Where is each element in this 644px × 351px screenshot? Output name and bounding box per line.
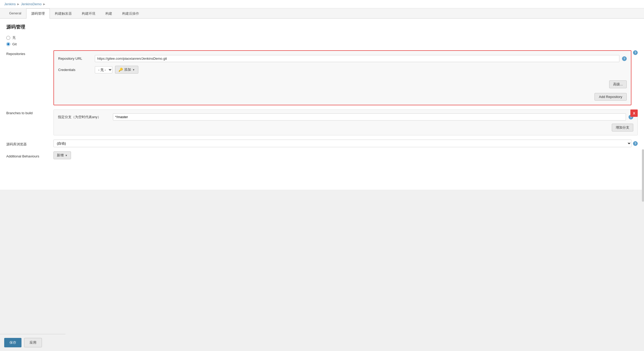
repo-url-help-icon[interactable]: ? [622,56,627,61]
credentials-row: Credentials - 无 - 🔑 添加 ▼ [58,66,627,74]
credentials-label: Credentials [58,68,92,72]
radio-none-label: 无 [12,35,16,40]
dropdown-arrow-icon: ▼ [132,68,135,71]
source-browser-label: 源码库浏览器 [6,140,53,147]
add-button-label: 添加 [124,67,131,72]
tab-build-env[interactable]: 构建环境 [77,8,100,19]
repositories-label: Repositories [6,50,53,56]
repo-url-label: Repository URL [58,57,92,61]
repo-url-input[interactable] [95,55,619,62]
add-repo-row: Add Repository [58,91,627,101]
repositories-section: Repositories Repository URL ? Credential… [6,50,638,105]
radio-none-input[interactable] [6,36,10,40]
tab-build-triggers[interactable]: 构建触发器 [50,8,77,19]
branch-label: 指定分支（为空时代表any） [58,115,110,119]
tab-source-management[interactable]: 源码管理 [26,8,50,19]
breadcrumb-sep-1: ▶ [17,3,19,6]
remove-branch-button[interactable]: X [630,109,638,117]
source-browser-section: 源码库浏览器 (自动) ? [6,140,638,147]
repo-action-buttons: 高级... [58,77,627,88]
repositories-help-icon[interactable]: ? [633,50,638,55]
source-browser-select[interactable]: (自动) [53,140,631,147]
new-behaviour-button[interactable]: 新增 ▼ [53,151,71,159]
tab-build[interactable]: 构建 [100,8,117,19]
spacer [6,163,638,184]
branch-input[interactable] [113,113,626,120]
advanced-button[interactable]: 高级... [609,80,627,88]
page-body: 源码管理 无 Git Repositories Repository URL ? [0,19,644,190]
scrollbar[interactable] [642,149,644,190]
credentials-add-button[interactable]: 🔑 添加 ▼ [115,66,138,74]
key-icon: 🔑 [118,68,123,72]
breadcrumb: Jenkins ▶ JenkinsDemo ▶ [0,0,644,8]
radio-group: 无 Git [6,35,638,46]
breadcrumb-jenkinsdemo[interactable]: JenkinsDemo [21,2,42,6]
source-browser-help-icon[interactable]: ? [633,141,638,146]
branches-section: Branches to build X 指定分支（为空时代表any） ? 增加分… [6,109,638,135]
branches-box: X 指定分支（为空时代表any） ? 增加分支 [53,109,638,135]
radio-git-item: Git [6,42,638,46]
page-title: 源码管理 [6,24,638,30]
tab-post-build[interactable]: 构建后操作 [117,8,144,19]
branches-label: Branches to build [6,109,53,115]
radio-none-item: 无 [6,35,638,40]
new-dropdown-arrow-icon: ▼ [65,154,68,157]
breadcrumb-jenkins[interactable]: Jenkins [4,2,16,6]
additional-behaviours-section: Additional Behaviours 新增 ▼ [6,151,638,159]
add-branch-button[interactable]: 增加分支 [612,124,633,131]
new-label: 新增 [57,153,64,158]
radio-git-input[interactable] [6,42,10,46]
branch-row: 指定分支（为空时代表any） ? [58,113,633,120]
tab-general[interactable]: General [4,8,26,19]
add-repository-button[interactable]: Add Repository [594,93,627,101]
breadcrumb-sep-2: ▶ [43,3,45,6]
credentials-select[interactable]: - 无 - [95,66,112,73]
repositories-box: Repository URL ? Credentials - 无 - 🔑 添加 … [53,50,631,105]
main-content: General 源码管理 构建触发器 构建环境 构建 构建后操作 源码管理 无 … [0,8,644,190]
tabs-bar: General 源码管理 构建触发器 构建环境 构建 构建后操作 [0,8,644,19]
additional-behaviours-label: Additional Behaviours [6,153,53,158]
repo-url-row: Repository URL ? [58,55,627,62]
radio-git-label: Git [12,42,17,46]
